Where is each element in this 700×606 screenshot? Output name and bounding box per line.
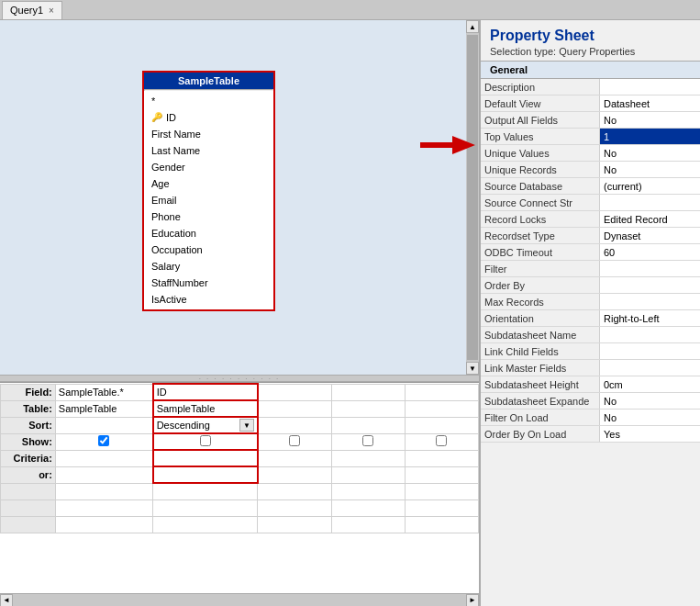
grid-or-col4[interactable] bbox=[331, 466, 405, 483]
grid-criteria-col2[interactable] bbox=[153, 450, 258, 466]
field-star-label: * bbox=[151, 94, 155, 108]
prop-value-subdatasheet-expande[interactable]: No bbox=[600, 393, 700, 409]
grid-or-col5[interactable] bbox=[405, 466, 478, 483]
grid-empty1-col3[interactable] bbox=[258, 483, 331, 499]
grid-empty2-col5[interactable] bbox=[405, 499, 478, 516]
prop-value-orientation[interactable]: Right-to-Left bbox=[600, 310, 700, 326]
prop-value-link-child-fields[interactable] bbox=[600, 343, 700, 359]
prop-name-subdatasheet-expande: Subdatasheet Expande bbox=[481, 393, 600, 409]
prop-value-order-by[interactable] bbox=[600, 277, 700, 293]
tab-close-button[interactable]: × bbox=[49, 6, 54, 16]
prop-value-unique-values[interactable]: No bbox=[600, 145, 700, 161]
table-field-id[interactable]: 🔑 ID bbox=[144, 109, 273, 126]
grid-or-col3[interactable] bbox=[258, 466, 331, 483]
scroll-up-button[interactable]: ▲ bbox=[466, 20, 479, 33]
grid-field-col4[interactable] bbox=[331, 384, 405, 400]
grid-empty1-col4[interactable] bbox=[331, 483, 405, 499]
prop-value-default-view[interactable]: Datasheet bbox=[600, 95, 700, 111]
grid-empty3-col5[interactable] bbox=[405, 516, 478, 533]
h-scroll-track[interactable] bbox=[13, 594, 466, 607]
grid-show-col4[interactable] bbox=[331, 433, 405, 450]
prop-value-unique-records[interactable]: No bbox=[600, 162, 700, 177]
prop-value-top-values[interactable]: 1 bbox=[600, 129, 700, 144]
prop-value-description[interactable] bbox=[600, 79, 700, 95]
grid-table-col2[interactable]: SampleTable bbox=[153, 400, 258, 417]
h-scroll-right-button[interactable]: ► bbox=[466, 594, 479, 607]
grid-sort-col1[interactable] bbox=[55, 417, 152, 433]
show-checkbox-3[interactable] bbox=[289, 435, 300, 446]
scroll-thumb[interactable] bbox=[467, 35, 478, 360]
grid-empty3-col1[interactable] bbox=[55, 516, 152, 533]
horizontal-scrollbar[interactable]: ◄ ► bbox=[0, 593, 479, 606]
grid-field-col3[interactable] bbox=[258, 384, 331, 400]
show-checkbox-4[interactable] bbox=[362, 435, 373, 446]
table-field-isactive[interactable]: IsActive bbox=[144, 291, 273, 308]
table-field-firstname[interactable]: First Name bbox=[144, 126, 273, 142]
table-field-age[interactable]: Age bbox=[144, 175, 273, 192]
table-field-occupation[interactable]: Occupation bbox=[144, 241, 273, 258]
show-checkbox-5[interactable] bbox=[436, 435, 447, 446]
grid-sort-col4[interactable] bbox=[331, 417, 405, 433]
prop-value-odbc-timeout[interactable]: 60 bbox=[600, 244, 700, 260]
grid-sort-col2[interactable]: Descending ▼ bbox=[153, 417, 258, 433]
prop-value-subdatasheet-name[interactable] bbox=[600, 327, 700, 342]
grid-show-col3[interactable] bbox=[258, 433, 331, 450]
table-field-education[interactable]: Education bbox=[144, 225, 273, 241]
grid-table-col5[interactable] bbox=[405, 400, 478, 417]
resize-handle[interactable]: · · · · · · · · · · · bbox=[0, 375, 479, 382]
grid-show-col1[interactable] bbox=[55, 433, 152, 450]
table-field-phone[interactable]: Phone bbox=[144, 208, 273, 225]
grid-criteria-col1[interactable] bbox=[55, 450, 152, 466]
grid-table-col4[interactable] bbox=[331, 400, 405, 417]
prop-value-max-records[interactable] bbox=[600, 294, 700, 309]
prop-value-output-all-fields[interactable]: No bbox=[600, 112, 700, 128]
prop-value-link-master-fields[interactable] bbox=[600, 360, 700, 376]
query-tab[interactable]: Query1 × bbox=[2, 1, 62, 19]
grid-empty2-col4[interactable] bbox=[331, 499, 405, 516]
prop-value-subdatasheet-height[interactable]: 0cm bbox=[600, 376, 700, 392]
prop-value-filter[interactable] bbox=[600, 261, 700, 276]
prop-value-order-by-on-load[interactable]: Yes bbox=[600, 426, 700, 442]
h-scroll-left-button[interactable]: ◄ bbox=[0, 594, 13, 607]
sort-dropdown[interactable]: Descending ▼ bbox=[157, 419, 254, 432]
show-checkbox-1[interactable] bbox=[98, 435, 109, 446]
grid-empty1-col5[interactable] bbox=[405, 483, 478, 499]
grid-sort-col5[interactable] bbox=[405, 417, 478, 433]
grid-empty3-col2[interactable] bbox=[153, 516, 258, 533]
grid-criteria-col3[interactable] bbox=[258, 450, 331, 466]
prop-value-record-locks[interactable]: Edited Record bbox=[600, 211, 700, 227]
grid-field-col1[interactable]: SampleTable.* bbox=[55, 384, 152, 400]
table-field-gender[interactable]: Gender bbox=[144, 159, 273, 175]
table-field-salary[interactable]: Salary bbox=[144, 258, 273, 275]
grid-or-col1[interactable] bbox=[55, 466, 152, 483]
prop-value-source-database[interactable]: (current) bbox=[600, 178, 700, 194]
grid-criteria-col4[interactable] bbox=[331, 450, 405, 466]
grid-criteria-col5[interactable] bbox=[405, 450, 478, 466]
prop-value-recordset-type[interactable]: Dynaset bbox=[600, 228, 700, 243]
show-checkbox-2[interactable] bbox=[200, 435, 211, 446]
grid-empty3-col3[interactable] bbox=[258, 516, 331, 533]
grid-table-col1[interactable]: SampleTable bbox=[55, 400, 152, 417]
grid-empty2-col3[interactable] bbox=[258, 499, 331, 516]
table-field-star[interactable]: * bbox=[144, 93, 273, 109]
prop-value-filter-on-load[interactable]: No bbox=[600, 410, 700, 425]
table-field-staffnumber[interactable]: StaffNumber bbox=[144, 275, 273, 291]
grid-sort-col3[interactable] bbox=[258, 417, 331, 433]
grid-show-col5[interactable] bbox=[405, 433, 478, 450]
grid-field-col2[interactable]: ID bbox=[153, 384, 258, 400]
design-vertical-scrollbar[interactable]: ▲ ▼ bbox=[466, 20, 479, 375]
grid-table-col3[interactable] bbox=[258, 400, 331, 417]
grid-empty1-col1[interactable] bbox=[55, 483, 152, 499]
grid-empty1-col2[interactable] bbox=[153, 483, 258, 499]
table-field-email[interactable]: Email bbox=[144, 192, 273, 208]
prop-value-source-connect-str[interactable] bbox=[600, 195, 700, 210]
grid-or-col2[interactable] bbox=[153, 466, 258, 483]
grid-empty2-col2[interactable] bbox=[153, 499, 258, 516]
table-field-lastname[interactable]: Last Name bbox=[144, 142, 273, 159]
grid-show-col2[interactable] bbox=[153, 433, 258, 450]
grid-empty2-col1[interactable] bbox=[55, 499, 152, 516]
grid-field-col5[interactable] bbox=[405, 384, 478, 400]
sort-dropdown-arrow[interactable]: ▼ bbox=[239, 419, 254, 432]
scroll-down-button[interactable]: ▼ bbox=[466, 362, 479, 375]
grid-empty3-col4[interactable] bbox=[331, 516, 405, 533]
